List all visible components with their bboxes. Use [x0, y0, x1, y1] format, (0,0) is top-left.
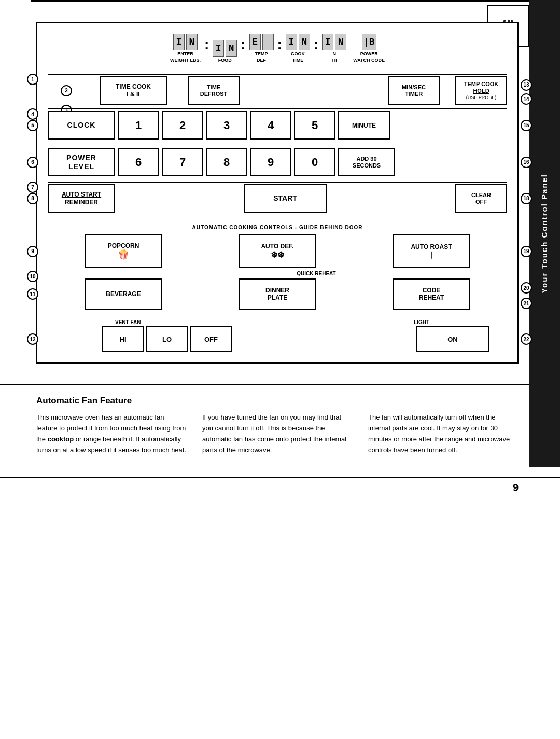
seg-display-power-watch: |B — [362, 34, 376, 50]
seg-char: N — [299, 34, 310, 50]
display-colon-4: : — [313, 36, 319, 53]
circle-13: 13 — [521, 79, 532, 91]
digit-group-4: I N COOK TIME — [286, 34, 310, 63]
num-4-button[interactable]: 4 — [250, 111, 291, 140]
circle-12: 12 — [27, 333, 38, 345]
seg-char: N — [226, 40, 237, 57]
beverage-button[interactable]: BEVERAGE — [85, 278, 162, 310]
button-row-4: 8 AUTO START REMINDER START CLEAR OFF 18 — [48, 184, 507, 213]
num-9-button[interactable]: 9 — [250, 148, 291, 176]
bottom-content: Automatic Fan Feature This microwave ove… — [0, 385, 560, 466]
text-col-3: The fan will automatically turn off when… — [368, 412, 519, 455]
vent-light-section: VENT FAN LIGHT 12 HI LO OFF ON — [48, 319, 507, 352]
section-title: Automatic Fan Feature — [36, 396, 519, 406]
auto-roast-icon: ⼁ — [428, 251, 435, 260]
circle-19: 19 — [521, 246, 532, 257]
auto-roast-button[interactable]: AUTO ROAST ⼁ — [393, 234, 470, 268]
code-reheat-button[interactable]: CODE REHEAT — [393, 278, 470, 310]
button-row-2: 5 CLOCK 1 2 3 4 5 MINUTE 15 — [48, 111, 507, 140]
cooktop-bold: cooktop — [48, 435, 74, 443]
vent-fan-label: VENT FAN — [115, 319, 141, 325]
circle-1: 1 — [27, 74, 38, 85]
dinner-plate-button[interactable]: DINNER PLATE — [239, 278, 316, 310]
seg-char — [262, 34, 274, 50]
seg-display-4: I N — [286, 34, 310, 50]
clock-button[interactable]: CLOCK — [48, 111, 115, 140]
auto-def-icon: ❄❄ — [271, 250, 284, 260]
digit-label-power-watch: POWER WATCH CODE — [353, 51, 385, 63]
sidebar-label: Your Touch Control Panel — [539, 174, 550, 294]
add30-seconds-button[interactable]: ADD 30 SECONDS — [338, 148, 395, 176]
num-5-button[interactable]: 5 — [294, 111, 335, 140]
min-sec-timer-button[interactable]: MIN/SEC TIMER — [388, 76, 440, 105]
time-cook-button[interactable]: TIME COOK I & II — [100, 76, 167, 105]
seg-display-3: E — [249, 34, 274, 50]
vent-btn-row: 12 HI LO OFF ON 22 — [48, 326, 507, 352]
circle-8: 8 — [27, 193, 38, 204]
vent-lo-button[interactable]: LO — [146, 326, 188, 352]
button-row-3: 6 POWER LEVEL 6 7 8 9 0 ADD 30 — [48, 148, 507, 176]
digit-label-1: ENTER WEIGHT LBS. — [170, 51, 201, 63]
digit-label-2: FOOD — [218, 58, 232, 64]
text-col-1: This microwave oven has an automatic fan… — [36, 412, 187, 455]
temp-cook-hold-button[interactable]: TEMP COOK HOLD (USE PROBE) — [455, 76, 507, 105]
num-6-button[interactable]: 6 — [118, 148, 159, 176]
start-button[interactable]: START — [244, 184, 327, 213]
num-0-button[interactable]: 0 — [294, 148, 335, 176]
light-on-button[interactable]: ON — [416, 326, 489, 352]
circle-9: 9 — [27, 246, 38, 257]
circle-7: 7 — [27, 182, 38, 193]
circle-18: 18 — [521, 193, 532, 204]
num-1-button[interactable]: 1 — [118, 111, 159, 140]
time-defrost-button[interactable]: TIME DEFROST — [188, 76, 240, 105]
power-level-button[interactable]: POWER LEVEL — [48, 148, 115, 176]
divider-2 — [48, 315, 507, 315]
num-3-button[interactable]: 3 — [206, 111, 247, 140]
digit-group-2: I N FOOD — [213, 40, 237, 64]
clear-off-button[interactable]: CLEAR OFF — [455, 184, 507, 213]
circle-16: 16 — [521, 157, 532, 168]
digit-group-5: I N N I II — [322, 34, 346, 63]
circle-2: 2 — [61, 85, 72, 96]
seg-char: I — [322, 34, 333, 50]
digit-label-5: N I II — [332, 51, 337, 63]
seg-char: I — [286, 34, 297, 50]
control-panel-box: I N ENTER WEIGHT LBS. : I N FOOD : — [36, 22, 519, 364]
main-content: I N ENTER WEIGHT LBS. : I N FOOD : — [0, 2, 560, 384]
circle-22: 22 — [521, 333, 532, 345]
digit-group-3: E TEMP DEF — [249, 34, 274, 63]
digit-label-4: COOK TIME — [291, 51, 305, 63]
digit-group-power-watch: |B POWER WATCH CODE — [353, 34, 385, 63]
vent-off-button[interactable]: OFF — [190, 326, 232, 352]
circle-4: 4 — [27, 108, 38, 120]
seg-char: N — [335, 34, 346, 50]
num-7-button[interactable]: 7 — [162, 148, 203, 176]
light-label: LIGHT — [414, 319, 429, 325]
circle-11: 11 — [27, 288, 38, 300]
right-sidebar: Your Touch Control Panel — [529, 0, 560, 467]
circle-21: 21 — [521, 298, 532, 309]
num-8-button[interactable]: 8 — [206, 148, 247, 176]
circle-5: 5 — [27, 120, 38, 131]
display-colon-3: : — [276, 36, 283, 53]
circle-20: 20 — [521, 282, 532, 294]
circle-15: 15 — [521, 120, 532, 131]
digit-label-3: TEMP DEF — [255, 51, 268, 63]
auto-start-reminder-button[interactable]: AUTO START REMINDER — [48, 184, 115, 213]
indicator-row-1: 1 — [48, 74, 507, 75]
digit-group-1: I N ENTER WEIGHT LBS. — [170, 34, 201, 63]
display-section: I N ENTER WEIGHT LBS. : I N FOOD : — [48, 34, 507, 63]
text-col-2: If you have turned the fan on you may fi… — [202, 412, 353, 455]
auto-def-button[interactable]: AUTO DEF. ❄❄ — [239, 234, 316, 268]
num-2-button[interactable]: 2 — [162, 111, 203, 140]
page-number: 9 — [0, 478, 560, 498]
vent-hi-button[interactable]: HI — [102, 326, 144, 352]
display-colon-1: : — [203, 36, 210, 53]
popcorn-button[interactable]: POPCORN 🍿 — [85, 234, 162, 268]
auto-cooking-header: AUTOMATIC COOKING CONTROLS - GUIDE BEHIN… — [48, 225, 507, 230]
minute-button[interactable]: MINUTE — [338, 111, 390, 140]
seg-char: N — [186, 34, 198, 50]
seg-char: E — [249, 34, 261, 50]
indicator-row-4: 4 — [48, 108, 507, 109]
circle-6: 6 — [27, 157, 38, 168]
